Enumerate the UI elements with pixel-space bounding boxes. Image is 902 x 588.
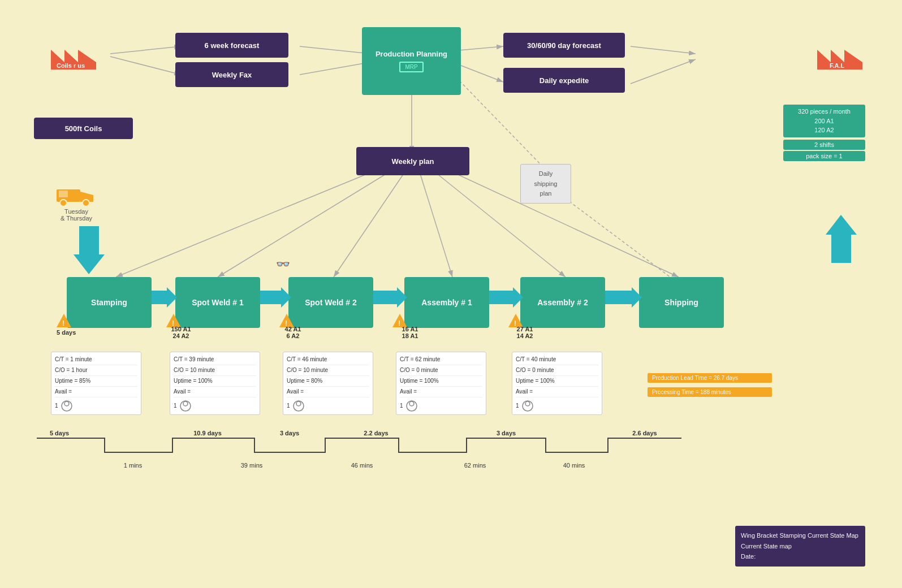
svg-rect-28 bbox=[59, 191, 68, 197]
forecast-30-60-90-box: 30/60/90 day forecast bbox=[503, 33, 625, 58]
svg-point-27 bbox=[83, 200, 89, 206]
spot-weld-2-box: Spot Weld # 2 bbox=[288, 277, 373, 328]
svg-text:Coils r us: Coils r us bbox=[57, 62, 85, 69]
inventory-stamping: 5 days bbox=[57, 329, 76, 336]
daily-expedite-box: Daily expedite bbox=[503, 68, 625, 93]
svg-line-2 bbox=[110, 57, 181, 75]
truck-schedule: Tuesday& Thursday bbox=[57, 208, 96, 222]
assembly-1-box: Assembly # 1 bbox=[404, 277, 489, 328]
daily-shipping-plan: Daily shipping plan bbox=[520, 164, 571, 204]
spotweld1-info-card: C/T = 39 minute C/O = 10 minute Uptime =… bbox=[170, 352, 260, 415]
svg-text:40 mins: 40 mins bbox=[563, 462, 585, 469]
spotweld2-info-card: C/T = 46 minute C/O = 10 minute Uptime =… bbox=[283, 352, 373, 415]
svg-text:62 mins: 62 mins bbox=[464, 462, 486, 469]
svg-line-11 bbox=[218, 168, 396, 277]
svg-line-12 bbox=[334, 168, 407, 277]
inventory-assembly1: 16 A118 A1 bbox=[390, 326, 430, 339]
svg-text:2.6 days: 2.6 days bbox=[632, 430, 657, 436]
svg-text:46 mins: 46 mins bbox=[351, 462, 373, 469]
weekly-plan-box: Weekly plan bbox=[356, 147, 469, 175]
fal-factory: F.A.L bbox=[817, 33, 862, 72]
legend-box: Wing Bracket Stamping Current State Map … bbox=[735, 526, 865, 567]
week-forecast-box: 6 week forecast bbox=[175, 33, 288, 58]
svg-point-53 bbox=[525, 401, 530, 406]
svg-text:10.9 days: 10.9 days bbox=[193, 430, 222, 436]
svg-text:3 days: 3 days bbox=[280, 430, 299, 436]
coils-label: 500ft Coils bbox=[34, 118, 133, 139]
arrow-1 bbox=[152, 287, 177, 310]
right-info-box: 320 pieces / month 200 A1 120 A2 2 shift… bbox=[783, 105, 865, 162]
svg-text:1 mins: 1 mins bbox=[124, 462, 143, 469]
svg-text:F.A.L: F.A.L bbox=[830, 62, 845, 69]
svg-point-45 bbox=[64, 401, 69, 406]
svg-marker-29 bbox=[152, 287, 177, 308]
svg-line-3 bbox=[300, 46, 370, 54]
svg-line-8 bbox=[631, 59, 696, 84]
inventory-assembly2: 27 A114 A2 bbox=[505, 326, 545, 339]
stamping-box: Stamping bbox=[67, 277, 152, 328]
coils-factory: Coils r us bbox=[51, 33, 96, 70]
svg-line-13 bbox=[418, 168, 452, 277]
svg-line-1 bbox=[110, 46, 181, 54]
svg-text:!: ! bbox=[62, 319, 64, 327]
svg-marker-31 bbox=[373, 287, 407, 308]
inventory-spotweld1: 150 A124 A2 bbox=[158, 326, 204, 339]
arrow-3 bbox=[373, 287, 407, 310]
weekly-fax-box: Weekly Fax bbox=[175, 62, 288, 87]
svg-marker-30 bbox=[260, 287, 291, 308]
production-lead-time-tag: Production Lead Time = 26.7 days bbox=[648, 373, 772, 383]
svg-text:5 days: 5 days bbox=[50, 430, 69, 436]
svg-point-47 bbox=[183, 401, 188, 406]
canvas: Coils r us F.A.L 6 week forecast Weekly … bbox=[0, 0, 902, 588]
svg-point-49 bbox=[296, 401, 301, 406]
stamping-info-card: C/T = 1 minute C/O = 1 hour Uptime = 85%… bbox=[51, 352, 141, 415]
production-planning-box: Production Planning MRP bbox=[362, 27, 461, 95]
spot-weld-1-box: Spot Weld # 1 bbox=[175, 277, 260, 328]
inventory-spotweld2: 42 A16 A2 bbox=[273, 326, 313, 339]
big-arrow-up bbox=[826, 215, 857, 265]
big-arrow-down bbox=[74, 226, 105, 276]
svg-line-4 bbox=[300, 62, 370, 75]
arrow-5 bbox=[605, 287, 642, 310]
svg-line-7 bbox=[631, 46, 696, 54]
mrp-label: MRP bbox=[399, 62, 423, 72]
shipping-box: Shipping bbox=[639, 277, 724, 328]
svg-marker-33 bbox=[605, 287, 642, 308]
arrow-2 bbox=[260, 287, 291, 310]
glasses-icon: 👓 bbox=[276, 257, 290, 271]
svg-marker-23 bbox=[826, 215, 857, 263]
svg-point-26 bbox=[60, 200, 67, 206]
arrow-4 bbox=[489, 287, 523, 310]
warn-stamping: ! bbox=[56, 313, 72, 331]
svg-text:2.2 days: 2.2 days bbox=[364, 430, 388, 436]
assembly-2-box: Assembly # 2 bbox=[520, 277, 605, 328]
svg-line-17 bbox=[557, 192, 670, 277]
svg-marker-22 bbox=[74, 226, 105, 274]
assembly1-info-card: C/T = 62 minute C/O = 0 minute Uptime = … bbox=[396, 352, 486, 415]
svg-marker-32 bbox=[489, 287, 523, 308]
truck-icon bbox=[57, 184, 93, 209]
svg-text:3 days: 3 days bbox=[497, 430, 516, 436]
processing-time-tag: Processing Time = 188 minutes bbox=[648, 387, 772, 397]
svg-text:39 mins: 39 mins bbox=[241, 462, 263, 469]
svg-point-51 bbox=[409, 401, 414, 406]
assembly2-info-card: C/T = 40 minute C/O = 0 minute Uptime = … bbox=[512, 352, 602, 415]
svg-line-10 bbox=[116, 167, 385, 277]
